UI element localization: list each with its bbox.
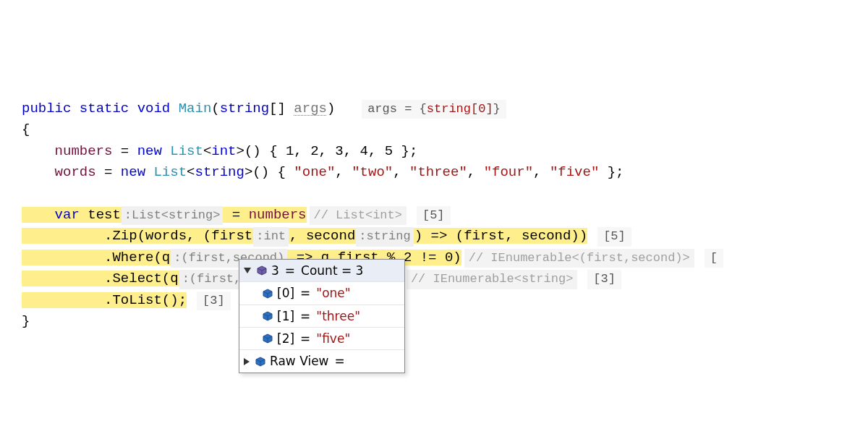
inlay-list-int[interactable]: // List<int> xyxy=(310,206,407,225)
tip-where[interactable]: [ xyxy=(705,249,723,268)
kw-void: void xyxy=(137,101,171,116)
type-list: List xyxy=(170,143,203,159)
tooltip-item-1[interactable]: [1]="three" xyxy=(239,305,404,328)
brace-close: } xyxy=(22,313,30,329)
field-icon xyxy=(263,289,273,299)
field-icon xyxy=(255,357,265,367)
var-test: test xyxy=(88,207,121,223)
inlay-ienum-string[interactable]: // IEnumerable<string> xyxy=(407,270,577,289)
tooltip-header-key: 3 xyxy=(271,261,279,280)
select-call: .Select(q xyxy=(22,271,179,286)
type-string: string xyxy=(195,164,244,180)
tooltip-raw-view[interactable]: Raw View= xyxy=(239,350,404,372)
field-icon xyxy=(263,333,273,344)
code-view: public static void Main(string[] args) a… xyxy=(22,98,868,333)
tip-5b[interactable]: [5] xyxy=(597,227,631,246)
expand-open-icon[interactable] xyxy=(244,268,251,273)
field-icon xyxy=(263,311,273,321)
kw-var: var xyxy=(55,207,80,223)
tooltip-item-0[interactable]: [0]="one" xyxy=(239,282,404,305)
brace-open: { xyxy=(22,122,30,137)
ref-numbers: numbers xyxy=(249,207,307,223)
highlighted-block: var test:List<string> = numbers xyxy=(22,207,307,223)
arg-type: string xyxy=(220,101,269,116)
kw-public: public xyxy=(22,101,71,116)
object-icon xyxy=(257,265,267,276)
where-call: .Where(q xyxy=(22,250,170,265)
tolist-call: .ToList(); xyxy=(22,292,187,308)
kw-new: new xyxy=(137,143,162,159)
tooltip-item-2[interactable]: [2]="five" xyxy=(239,328,404,350)
array-brackets: [] xyxy=(269,101,286,116)
method-name: Main xyxy=(179,101,212,116)
debugger-tooltip[interactable]: 3=Count = 3 [0]="one" [1]="three" [2]="f… xyxy=(239,259,405,373)
inlay-test-type[interactable]: :List<string> xyxy=(122,206,224,225)
paren-close: ) xyxy=(327,101,335,116)
tip-5a[interactable]: [5] xyxy=(417,206,451,225)
inlay-ienum-tuple[interactable]: // IEnumerable<(first,second)> xyxy=(464,249,694,268)
kw-static: static xyxy=(80,101,129,116)
tip-3a[interactable]: [3] xyxy=(587,270,621,289)
init-numbers: { 1, 2, 3, 4, 5 }; xyxy=(261,143,418,159)
field-numbers: numbers xyxy=(55,143,113,159)
paren-open: ( xyxy=(211,101,219,116)
tip-3b[interactable]: [3] xyxy=(197,292,231,310)
inlay-second-string[interactable]: :string xyxy=(356,227,413,246)
zip-call: .Zip(words, (first xyxy=(22,228,252,244)
inlay-first-int[interactable]: :int xyxy=(253,227,289,246)
arg-name: args xyxy=(294,101,327,116)
expand-closed-icon[interactable] xyxy=(244,358,250,365)
field-words: words xyxy=(55,164,96,180)
tooltip-header-label: Count = 3 xyxy=(301,261,363,280)
args-datatip[interactable]: args = {string[0]} xyxy=(362,100,506,119)
tooltip-header-row[interactable]: 3=Count = 3 xyxy=(239,260,404,282)
type-int: int xyxy=(211,143,236,159)
